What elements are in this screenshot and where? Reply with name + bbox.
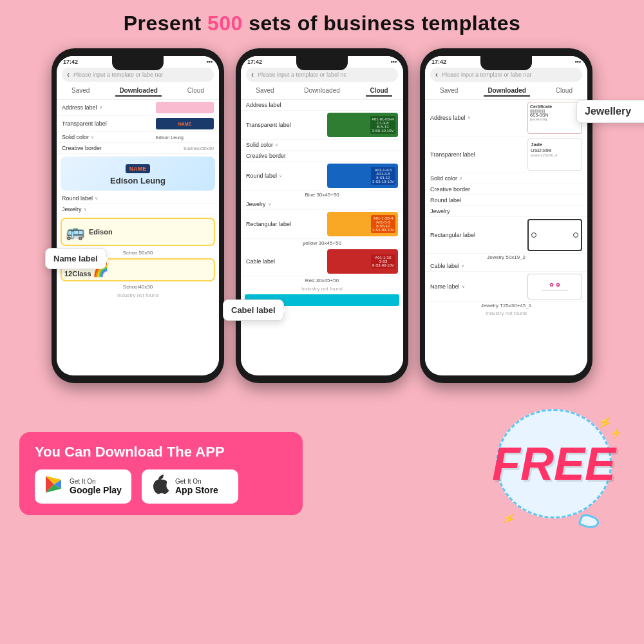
phone2-tooltip: Cabel label <box>223 299 284 321</box>
phone1-tooltip: Name label <box>45 248 106 269</box>
tab-cloud-1[interactable]: Cloud <box>184 86 208 97</box>
phone-2: 17:42 ▪▪▪ ‹ Please input a template or l… <box>236 48 408 383</box>
blue-label-text: Blue 30x45+50 <box>241 191 403 199</box>
phone-3-content: 17:42 ▪▪▪ ‹ Please input a template or l… <box>425 56 587 361</box>
list-item: Cable label∨ <box>425 261 587 272</box>
list-item: Round label∨ A01-1-4-5A01-4-58-S1-123-S3… <box>241 162 403 191</box>
apple-icon <box>151 475 169 498</box>
red-label-text: Red 30x45+50 <box>241 276 403 285</box>
tab-downloaded-2[interactable]: Downloaded <box>300 86 344 97</box>
school40-label: School40x30 <box>57 283 219 291</box>
google-play-text: Get It On Google Play <box>70 478 122 495</box>
bottom-section: You Can Download The APP Get It On Googl… <box>0 396 644 544</box>
jade-label-thumb: Jade USD:899 jewelry25x30_4 <box>527 138 582 171</box>
phone-1-name-card: NAME Edison Leung <box>61 156 215 191</box>
phone-2-label-list: Address label Transparent label A01-01-0… <box>241 100 403 191</box>
list-item: Cable label A01-1-3S3-S38-S3-90-10V <box>241 247 403 276</box>
page-header: Present 500 sets of business templates <box>0 0 644 42</box>
list-item: Solid color∨ <box>425 173 587 184</box>
address-thumb <box>156 102 214 113</box>
list-item: Transparent label NAME <box>57 116 219 132</box>
store-buttons: Get It On Google Play Get It On App Stor… <box>35 469 287 504</box>
name-label-bar: NAME <box>126 164 151 173</box>
list-item: Rectangular label A01-1-3S-4A01-5-S8-S5-… <box>241 210 403 239</box>
phone-1-notch <box>112 56 164 70</box>
header-text-before: Present <box>124 12 207 35</box>
yellow-label-text: yellow 30x45+50 <box>241 239 403 247</box>
list-item: Address label∨ <box>57 100 219 116</box>
bus-icon: 🚌 <box>66 223 85 241</box>
jewelry-size-label-2: Jewelry T25x30+45_1 <box>425 302 587 309</box>
tab-saved-3[interactable]: Saved <box>436 86 462 97</box>
list-item: Address label∨ Certificate |||||||||||||… <box>425 100 587 137</box>
industry-not-found-2: Industry not found <box>241 285 403 293</box>
blue-label-bar: A01-1-4-5A01-4-58-S1-123-S3-10-10V <box>327 164 398 188</box>
phone-3-label-list-2: Cable label∨ Name label∨ ✿ ✿ ——————— <box>425 261 587 302</box>
tab-cloud-3[interactable]: Cloud <box>552 86 576 97</box>
industry-not-found: Industry not found <box>57 291 219 299</box>
back-arrow-icon: ‹ <box>67 70 70 79</box>
list-item: Solid color∨ <box>241 140 403 151</box>
list-item: Creative border <box>241 151 403 162</box>
list-item: Rectangular label <box>425 217 587 254</box>
phone-1-screen: 17:42 ▪▪▪ ‹ Please input a template or l… <box>57 56 219 375</box>
list-item: Transparent label A01-01-0S-RC1-3-8B-5-T… <box>241 111 403 140</box>
phone-1-label-list-2: Round label∨ Jewelry∨ <box>57 193 219 215</box>
phones-container: Name label 17:42 ▪▪▪ ‹ Please input a te… <box>0 42 644 383</box>
yellow-label-bar: A01-1-3S-4A01-5-S8-S5-123-S3-90-10V <box>327 212 398 236</box>
phone-2-wrapper: Cabel label 17:42 ▪▪▪ ‹ Please input a t… <box>236 48 408 383</box>
free-bubble-bg: FREE <box>496 409 612 518</box>
header-highlight: 500 <box>207 12 243 35</box>
list-item: Creative border <box>425 184 587 195</box>
back-arrow-2-icon: ‹ <box>251 70 254 79</box>
free-text: FREE <box>492 437 616 490</box>
rectangular-thumb <box>527 219 582 251</box>
person-name: Edison Leung <box>66 176 210 185</box>
jewelry-size-label: Jewelry 50x19_2 <box>425 254 587 261</box>
solid-thumb: Edison Leung <box>156 135 214 140</box>
tab-downloaded-3[interactable]: Downloaded <box>484 86 529 97</box>
phone-2-notch <box>296 56 348 70</box>
phone-3-notch <box>480 56 532 70</box>
list-item: Jewelry <box>425 206 587 217</box>
green-label-bar: A01-01-0S-RC1-3-8B-5-T33-S0-10-10V <box>327 113 398 137</box>
phone-3-wrapper: Jewellery 17:42 ▪▪▪ ‹ Please input a tem… <box>420 48 592 383</box>
phone-2-label-list-2: Jewelry∨ Rectangular label A01-1-3S-4A01… <box>241 199 403 239</box>
back-arrow-3-icon: ‹ <box>435 70 438 79</box>
decorative-label-thumb: ✿ ✿ ——————— <box>527 274 582 299</box>
list-item: Name label∨ ✿ ✿ ——————— <box>425 272 587 302</box>
phone-2-label-list-3: Cable label A01-1-3S3-S38-S3-90-10V <box>241 247 403 276</box>
list-item: Creative border business50x30 <box>57 143 219 154</box>
tab-saved-1[interactable]: Saved <box>68 86 93 97</box>
bubble-tail <box>578 512 600 531</box>
transparent-thumb: NAME <box>156 118 214 129</box>
phone-3-screen: 17:42 ▪▪▪ ‹ Please input a template or l… <box>425 56 587 375</box>
phone-3-label-list: Address label∨ Certificate |||||||||||||… <box>425 100 587 254</box>
app-store-text: Get It On App Store <box>175 478 218 495</box>
list-item: Solid color∨ Edison Leung <box>57 132 219 143</box>
download-section: You Can Download The APP Get It On Googl… <box>19 432 303 515</box>
lightning-icon-3: ⚡ <box>500 511 516 527</box>
app-store-button[interactable]: Get It On App Store <box>142 469 238 504</box>
phone-3: 17:42 ▪▪▪ ‹ Please input a template or l… <box>420 48 592 383</box>
list-item: Round label∨ <box>57 193 219 204</box>
phone3-tooltip: Jewellery <box>576 100 644 123</box>
download-title: You Can Download The APP <box>35 444 287 460</box>
list-item: Round label <box>425 195 587 206</box>
phone-1-content: 17:42 ▪▪▪ ‹ Please input a template or l… <box>57 56 219 361</box>
list-item: Transparent label Jade USD:899 jewelry25… <box>425 137 587 173</box>
tab-saved-2[interactable]: Saved <box>252 86 278 97</box>
phone-1-school-label: 🚌 Edison <box>61 218 215 246</box>
price-label-thumb: Certificate ||||||||||||||| 6E5-0SN puos… <box>527 102 582 134</box>
list-item: Jewelry∨ <box>241 199 403 210</box>
phone-3-tabs: Saved Downloaded Cloud <box>425 83 587 100</box>
list-item: Jewelry∨ <box>57 204 219 215</box>
tab-downloaded-1[interactable]: Downloaded <box>115 86 161 97</box>
phone-2-screen: 17:42 ▪▪▪ ‹ Please input a template or l… <box>241 56 403 375</box>
phone-2-tabs: Saved Downloaded Cloud <box>241 83 403 100</box>
phone-1-tabs: Saved Downloaded Cloud <box>57 83 219 100</box>
google-play-button[interactable]: Get It On Google Play <box>35 469 131 504</box>
phone-1-wrapper: Name label 17:42 ▪▪▪ ‹ Please input a te… <box>52 48 224 383</box>
tab-cloud-2[interactable]: Cloud <box>366 86 392 97</box>
industry-not-found-3: Industry not found <box>425 309 587 317</box>
